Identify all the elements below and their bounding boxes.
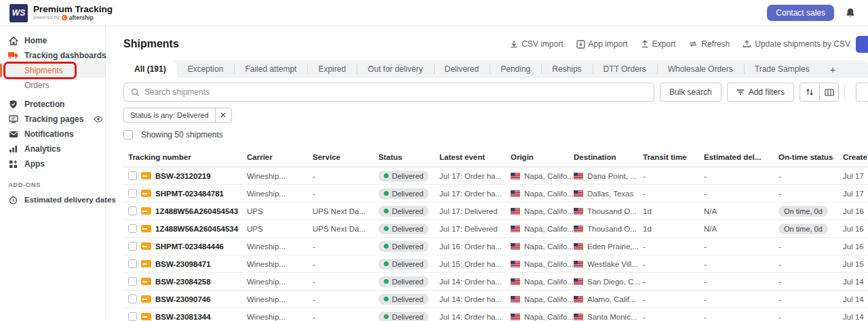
carrier-cell: Wineship... [247,313,313,321]
table-row[interactable]: SHPMT-023484446 Wineship... - Delivered … [123,238,868,255]
columns-button[interactable] [819,83,838,101]
carrier-logo-icon [141,313,151,320]
us-flag-icon [574,314,583,320]
carrier-logo-icon [141,172,151,179]
filter-chip-close-icon[interactable]: ✕ [215,108,231,122]
origin-cell: Napa, Califo... [524,313,574,321]
tracking-number-link[interactable]: 1Z488W56A260454534 [155,225,238,233]
carrier-logo-icon [141,207,151,215]
tab-out-for-delivery[interactable]: Out for delivery [357,60,433,78]
row-checkbox[interactable] [128,295,137,303]
latest-event-cell: Jul 14: Order ha... [439,313,511,321]
table-row[interactable]: BSW-23090746 Wineship... - Delivered Jul… [123,291,868,308]
col-origin[interactable]: Origin [511,153,574,161]
tab-pending[interactable]: Pending [490,60,541,78]
carrier-cell: Wineship... [247,278,313,286]
sidebar-item-shipments[interactable]: Shipments [0,63,105,78]
search-box[interactable] [123,83,654,102]
row-checkbox[interactable] [128,207,137,215]
notification-bell-icon[interactable] [845,7,856,19]
row-checkbox[interactable] [128,259,137,268]
tab-dtt-orders[interactable]: DTT Orders [593,60,657,78]
table-row[interactable]: 1Z488W56A260454543 UPS UPS Next Da... De… [123,202,868,220]
tab-delivered[interactable]: Delivered [434,60,490,78]
csv-import-button[interactable]: CSV import [510,39,563,49]
row-checkbox[interactable] [128,242,137,251]
add-tab-button[interactable]: + [821,60,846,78]
sidebar-item-tracking-dashboards[interactable]: Tracking dashboards [0,48,105,63]
tab-all[interactable]: All (191) [123,60,177,78]
tab-strip: All (191) Exception Failed attempt Expir… [123,60,868,78]
table-row[interactable]: BSW-23084258 Wineship... - Delivered Jul… [123,273,868,291]
service-cell: - [313,278,378,286]
sidebar-item-analytics[interactable]: Analytics [0,142,105,156]
carrier-logo-icon [141,242,151,250]
tab-expired[interactable]: Expired [307,60,357,78]
tab-failed-attempt[interactable]: Failed attempt [234,60,307,78]
eye-icon[interactable] [94,116,103,123]
sidebar-item-estimated-delivery-dates[interactable]: Estimated delivery dates [0,192,105,207]
tracking-number-link[interactable]: BSW-23090746 [155,295,211,303]
sidebar-item-apps[interactable]: Apps [0,156,105,171]
tab-wholesale-orders[interactable]: Wholesale Orders [657,60,744,78]
tracking-number-link[interactable]: BSW-23084258 [155,278,211,286]
bulk-search-button[interactable]: Bulk search [660,83,722,102]
tab-trade-samples[interactable]: Trade Samples [744,60,821,78]
row-checkbox[interactable] [128,171,137,180]
update-shipments-csv-button[interactable]: Update shipments by CSV [743,39,850,49]
tracking-number-link[interactable]: BSW-23081344 [155,313,211,321]
col-status[interactable]: Status [378,153,439,161]
table-row[interactable]: BSW-23120219 Wineship... - Delivered Jul… [123,167,868,185]
estimated-delivery-cell: - [704,242,778,251]
tracking-number-link[interactable]: BSW-23120219 [155,172,211,180]
col-destination[interactable]: Destination [574,153,643,161]
primary-action-button-truncated[interactable] [856,36,868,53]
page-title: Shipments [123,38,179,50]
select-all-checkbox[interactable] [123,130,133,140]
sort-button[interactable] [800,83,819,101]
add-filters-button[interactable]: Add filters [727,83,794,102]
search-input[interactable] [144,87,647,97]
contact-sales-button[interactable]: Contact sales [767,5,834,21]
tab-reships[interactable]: Reships [541,60,592,78]
row-checkbox[interactable] [128,189,137,198]
bar-chart-icon [8,145,18,153]
tracking-number-link[interactable]: SHPMT-023484446 [155,242,224,251]
secondary-action-button-truncated[interactable] [856,83,868,102]
export-button[interactable]: Export [641,39,676,49]
transit-time-cell: - [643,242,704,251]
tracking-number-link[interactable]: 1Z488W56A260454543 [155,207,238,215]
sidebar-item-orders[interactable]: Orders [0,78,105,93]
tab-exception[interactable]: Exception [177,60,235,78]
tracking-number-link[interactable]: SHPMT-023484781 [155,190,224,198]
col-estimated-delivery[interactable]: Estimated del... [704,153,778,161]
sidebar-item-notifications[interactable]: Notifications [0,127,105,142]
col-carrier[interactable]: Carrier [247,153,313,161]
origin-cell: Napa, Califo... [524,190,574,198]
sidebar-item-protection[interactable]: Protection [0,97,105,112]
col-transit-time[interactable]: Transit time [643,153,704,161]
table-row[interactable]: BSW-23081344 Wineship... - Delivered Jul… [123,308,868,321]
app-import-button[interactable]: App import [576,39,628,49]
col-on-time-status[interactable]: On-time status [778,153,843,161]
col-created-date[interactable]: Create d... [843,153,868,161]
sidebar-item-home[interactable]: Home [0,33,105,48]
carrier-cell: UPS [247,207,313,215]
table-row[interactable]: BSW-23098471 Wineship... - Delivered Jul… [123,255,868,273]
col-service[interactable]: Service [313,153,378,161]
table-row[interactable]: SHPMT-023484781 Wineship... - Delivered … [123,185,868,202]
sidebar-item-tracking-pages[interactable]: Tracking pages [0,112,105,127]
row-checkbox[interactable] [128,277,137,286]
col-tracking-number[interactable]: Tracking number [128,153,247,161]
created-date-cell: Jul 15 [843,260,868,268]
delivered-dot-icon [384,297,389,301]
aftership-label: aftership [69,14,94,21]
tracking-number-link[interactable]: BSW-23098471 [155,260,211,268]
us-flag-icon [574,261,583,268]
row-checkbox[interactable] [128,224,137,233]
us-flag-icon [574,208,583,215]
row-checkbox[interactable] [128,312,137,321]
table-row[interactable]: 1Z488W56A260454534 UPS UPS Next Da... De… [123,220,868,238]
refresh-button[interactable]: Refresh [688,39,730,49]
col-latest-event[interactable]: Latest event [439,153,511,161]
